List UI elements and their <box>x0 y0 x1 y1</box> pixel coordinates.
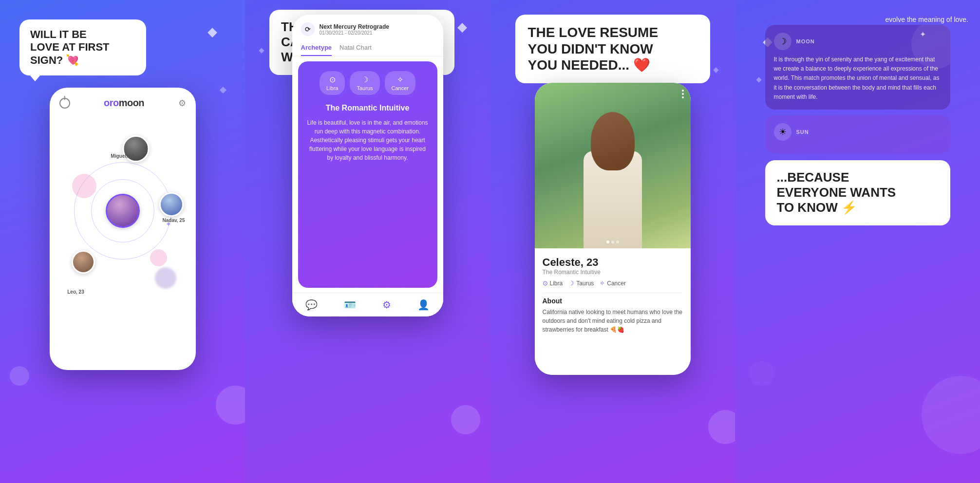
panel4-headline: ...BECAUSE EVERYONE WANTS TO KNOW ⚡ <box>777 170 939 216</box>
retro-bar: ⟳ Next Mercury Retrograde 01/30/2021 - 0… <box>292 15 443 40</box>
profile-icon[interactable]: 👤 <box>417 299 430 311</box>
diamond-deco-2 <box>220 87 226 93</box>
sign-pill-libra: ⊙ Libra <box>320 71 345 95</box>
chat-icon[interactable]: 💬 <box>305 299 318 311</box>
about-label: About <box>543 297 683 305</box>
profile-photo <box>535 83 691 248</box>
circle-deco-p2 <box>451 405 480 434</box>
settings-icon[interactable]: ⚙ <box>178 98 186 109</box>
diamond-deco-p4b <box>756 77 761 82</box>
photo-indicator <box>606 241 619 243</box>
diamond-deco-p2b <box>259 48 264 53</box>
pink-blob-2 <box>150 249 167 266</box>
panel1-speech-bubble: WILL IT BE LOVE AT FIRST SIGN? 💘 <box>19 19 146 75</box>
archetype-description: Life is beautiful, love is in the air, a… <box>307 118 429 162</box>
phone-mockup-1: oromoon ⚙ Miguel, 3 <box>50 88 196 370</box>
phone-mockup-3: Celeste, 23 The Romantic Intuitive ⊙ Lib… <box>535 83 691 375</box>
panel3-headline: THE LOVE RESUME YOU DIDN'T KNOW YOU NEED… <box>528 24 697 74</box>
card-sparkle: ✦ <box>920 30 926 39</box>
panel-1: WILL IT BE LOVE AT FIRST SIGN? 💘 oromoon… <box>0 0 245 483</box>
panel3-speech-bubble: THE LOVE RESUME YOU DIDN'T KNOW YOU NEED… <box>515 15 710 83</box>
taurus-sign-icon: ☽ <box>568 279 574 287</box>
diamond-deco-1 <box>207 28 217 37</box>
settings-icon-footer[interactable]: ⚙ <box>382 299 391 311</box>
profile-signs: ⊙ Libra ☽ Taurus ✧ Cancer <box>543 279 683 287</box>
phone-mockup-2: ⟳ Next Mercury Retrograde 01/30/2021 - 0… <box>292 15 443 316</box>
sun-card: ☀ SUN <box>765 115 950 153</box>
cancer-icon: ✧ <box>397 75 403 84</box>
app-logo: oromoon <box>104 97 144 109</box>
archetype-card: ✦ ✦ ⊙ Libra ☽ Taurus ✧ Cancer <box>298 61 437 288</box>
divider <box>543 293 683 293</box>
more-options[interactable] <box>682 90 684 98</box>
photo-dot-2 <box>611 241 614 243</box>
avatar-self <box>106 194 140 228</box>
star-deco: ✦ <box>166 220 171 228</box>
avatar-nadav <box>159 192 184 217</box>
moon-card: ✦ ☽ MOON It is through the yin of sereni… <box>765 25 950 110</box>
panel-3: THE LOVE RESUME YOU DIDN'T KNOW YOU NEED… <box>490 0 735 483</box>
panel-2: ⟳ Next Mercury Retrograde 01/30/2021 - 0… <box>245 0 490 483</box>
photo-dot-3 <box>616 241 619 243</box>
moon-icon: ☽ <box>774 33 792 50</box>
profile-sign-libra: ⊙ Libra <box>543 279 563 287</box>
small-circle-deco-p4 <box>750 361 774 386</box>
pink-blob-1 <box>72 174 96 198</box>
profile-sign-taurus: ☽ Taurus <box>568 279 594 287</box>
avatar-leo <box>72 250 95 274</box>
sun-icon: ☀ <box>774 123 792 141</box>
circle-deco-1 <box>216 386 245 425</box>
sparkle-2: ✦ <box>302 34 306 39</box>
power-icon <box>59 98 70 109</box>
diamond-deco-p2 <box>457 23 467 33</box>
profile-archetype: The Romantic Intuitive <box>543 269 683 276</box>
label-miguel: Miguel, 31 <box>109 153 136 159</box>
profile-info: Celeste, 23 The Romantic Intuitive ⊙ Lib… <box>535 248 691 375</box>
large-circle-deco <box>922 376 980 454</box>
libra-sign-icon: ⊙ <box>543 279 548 287</box>
sun-label: SUN <box>796 129 809 135</box>
phone2-footer: 💬 🪪 ⚙ 👤 <box>292 293 443 316</box>
avatar-blurred <box>155 267 176 289</box>
overflow-text: evolve the meaning of love. <box>874 10 980 25</box>
photo-dot-1 <box>606 241 609 243</box>
sign-pill-cancer: ✧ Cancer <box>385 71 415 95</box>
sign-pills: ⊙ Libra ☽ Taurus ✧ Cancer <box>320 71 415 95</box>
moon-label: MOON <box>796 38 815 44</box>
circle-deco-p3 <box>708 410 735 444</box>
tab-bar: Archetype Natal Chart <box>292 40 443 56</box>
libra-icon: ⊙ <box>329 75 336 84</box>
sparkle-1: ✦ <box>422 20 429 30</box>
orbit-area: Miguel, 31 Nadav, 25 Leo, 23 <box>59 118 186 303</box>
tab-archetype[interactable]: Archetype <box>301 40 332 56</box>
sun-card-header: ☀ SUN <box>774 123 942 141</box>
retro-title: Next Mercury Retrograde <box>320 23 434 30</box>
cards-icon[interactable]: 🪪 <box>344 299 356 311</box>
profile-sign-cancer: ✧ Cancer <box>600 279 626 287</box>
panel-4: evolve the meaning of love. ✦ ☽ MOON It … <box>735 0 980 483</box>
panel1-headline: WILL IT BE LOVE AT FIRST SIGN? 💘 <box>30 28 135 67</box>
label-leo: Leo, 23 <box>64 289 88 295</box>
profile-name: Celeste, 23 <box>543 256 683 269</box>
retro-date: 01/30/2021 - 02/20/2021 <box>320 30 434 36</box>
tab-natal-chart[interactable]: Natal Chart <box>339 40 372 56</box>
moon-text: It is through the yin of serenity and th… <box>774 55 942 102</box>
cancer-sign-icon: ✧ <box>600 279 605 287</box>
panel4-speech-bubble: ...BECAUSE EVERYONE WANTS TO KNOW ⚡ <box>765 160 950 225</box>
diamond-deco-p3b <box>713 67 718 73</box>
about-text: California native looking to meet humans… <box>543 308 683 334</box>
taurus-icon: ☽ <box>361 75 368 84</box>
circle-deco-2 <box>10 366 29 386</box>
sign-pill-taurus: ☽ Taurus <box>350 71 379 95</box>
archetype-title: The Romantic Intuitive <box>326 104 410 112</box>
